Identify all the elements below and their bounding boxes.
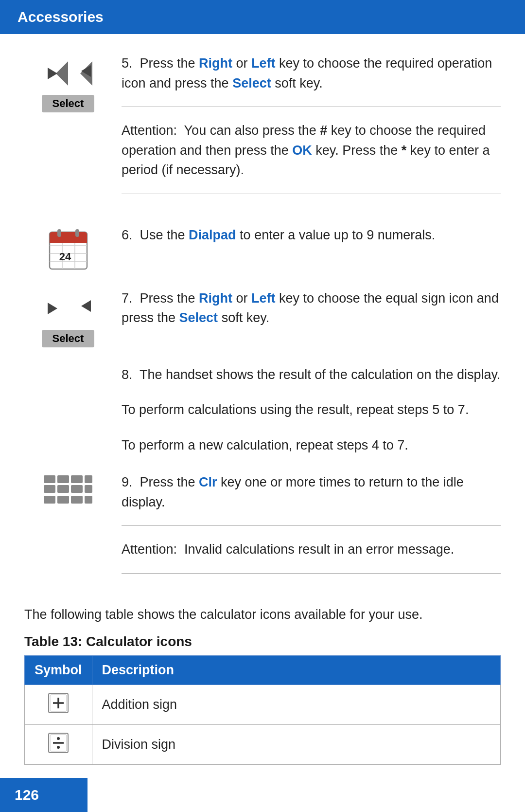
step5-left: Left xyxy=(251,56,276,71)
svg-rect-19 xyxy=(71,485,83,493)
header-title: Accessories xyxy=(18,9,104,25)
step5-right: Right xyxy=(199,56,232,71)
svg-rect-24 xyxy=(85,496,92,504)
attention-9: Attention: Invalid calculations result i… xyxy=(122,540,501,559)
step7-left: Left xyxy=(251,291,276,306)
svg-rect-12 xyxy=(75,229,79,237)
svg-rect-23 xyxy=(71,496,83,504)
step-5-row: Select 5. Press the Right or Left key to… xyxy=(24,54,501,208)
svg-rect-14 xyxy=(57,475,69,483)
step-9-row: 9. Press the Clr key one or more times t… xyxy=(24,472,501,587)
svg-rect-22 xyxy=(57,496,69,504)
divider-5b xyxy=(122,194,501,194)
step-6-text: 6. Use the Dialpad to enter a value up t… xyxy=(112,225,501,245)
svg-point-32 xyxy=(57,746,60,749)
svg-rect-17 xyxy=(44,485,55,493)
select-label-5: Select xyxy=(42,95,95,112)
desc-division: Division sign xyxy=(92,725,500,765)
table-row: Addition sign xyxy=(25,685,501,725)
step-9-icon-col xyxy=(24,472,112,506)
step-6-row: 24 6. Use the Dialpad to enter a value u… xyxy=(24,225,501,271)
divider-9b xyxy=(122,573,501,574)
attention-5: Attention: You can also press the # key … xyxy=(122,121,501,180)
svg-rect-16 xyxy=(85,475,92,483)
dialpad-label: Dialpad xyxy=(189,228,236,242)
svg-point-31 xyxy=(57,737,60,740)
step-5-icon-col: Select xyxy=(24,54,112,112)
step-7-icon-col: Select xyxy=(24,289,112,347)
step-7-row: Select 7. Press the Right or Left key to… xyxy=(24,289,501,347)
footer-bar: 126 xyxy=(0,778,88,812)
table-header-row: Symbol Description xyxy=(25,656,501,685)
grid-icon xyxy=(43,474,94,506)
calendar-icon: 24 xyxy=(48,227,89,271)
page-header: Accessories xyxy=(0,0,525,34)
calculator-icons-table: Symbol Description Addition sign xyxy=(24,655,501,765)
page-number: 126 xyxy=(15,787,39,803)
step7-select: Select xyxy=(179,310,218,325)
svg-rect-4 xyxy=(50,238,87,243)
step5-select: Select xyxy=(232,76,271,90)
svg-rect-13 xyxy=(44,475,55,483)
svg-rect-21 xyxy=(44,496,55,504)
divider-9 xyxy=(122,525,501,526)
symbol-division xyxy=(25,725,92,765)
nav-arrows-icon-7 xyxy=(41,290,95,327)
svg-rect-11 xyxy=(57,229,61,237)
table-intro: The following table shows the calculator… xyxy=(24,605,501,625)
division-icon xyxy=(48,733,69,753)
step-6-icon-col: 24 xyxy=(24,225,112,271)
svg-rect-15 xyxy=(71,475,83,483)
clr-label: Clr xyxy=(199,475,217,489)
addition-icon xyxy=(48,693,69,713)
select-label-7: Select xyxy=(42,330,95,347)
main-content: Select 5. Press the Right or Left key to… xyxy=(0,54,525,812)
symbol-addition xyxy=(25,685,92,725)
table-row: Division sign xyxy=(25,725,501,765)
desc-addition: Addition sign xyxy=(92,685,500,725)
nav-arrows-icon xyxy=(41,55,95,92)
divider-5 xyxy=(122,107,501,107)
svg-rect-18 xyxy=(57,485,69,493)
step-8-text: 8. The handset shows the result of the c… xyxy=(112,365,501,455)
step7-right: Right xyxy=(199,291,232,306)
svg-text:24: 24 xyxy=(59,251,71,263)
svg-marker-0 xyxy=(56,61,68,86)
table-title: Table 13: Calculator icons xyxy=(24,634,501,650)
svg-rect-20 xyxy=(85,485,92,493)
step-7-text: 7. Press the Right or Left key to choose… xyxy=(112,289,501,328)
ok-label: OK xyxy=(292,143,312,158)
step-9-text: 9. Press the Clr key one or more times t… xyxy=(112,472,501,587)
step-8-icon-col xyxy=(24,365,112,367)
col-description: Description xyxy=(92,656,500,685)
step-5-text: 5. Press the Right or Left key to choose… xyxy=(112,54,501,208)
step-8-row: 8. The handset shows the result of the c… xyxy=(24,365,501,455)
col-symbol: Symbol xyxy=(25,656,92,685)
